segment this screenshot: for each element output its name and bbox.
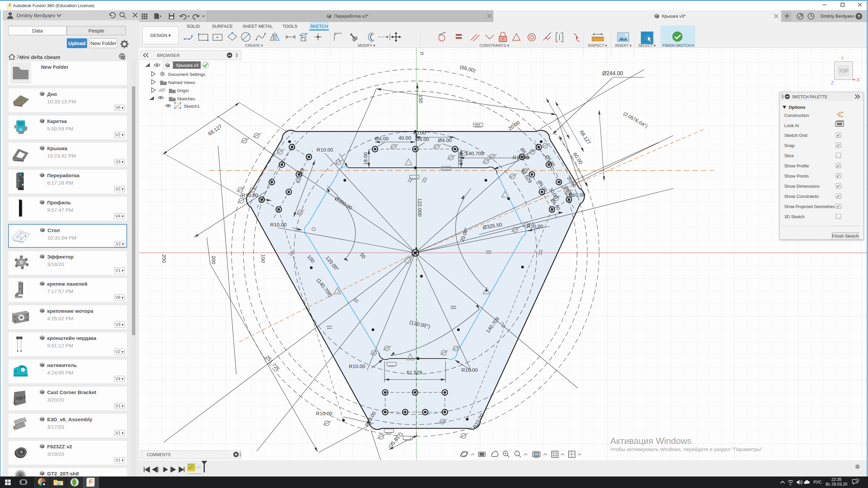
svg-text:R10.00: R10.00 bbox=[569, 192, 585, 198]
svg-text:150: 150 bbox=[418, 95, 424, 103]
svg-text:0: 0 bbox=[419, 52, 425, 55]
svg-text:Named Views: Named Views bbox=[168, 80, 195, 85]
svg-text:Origin: Origin bbox=[177, 88, 189, 93]
svg-text:Крышка v3: Крышка v3 bbox=[176, 63, 198, 68]
svg-text:R10.00: R10.00 bbox=[461, 367, 478, 373]
svg-text:Finish Sketch: Finish Sketch bbox=[832, 233, 859, 239]
svg-text:22:35: 22:35 bbox=[831, 477, 842, 482]
svg-text:250: 250 bbox=[161, 254, 167, 263]
svg-text:Переработка v2*: Переработка v2* bbox=[334, 14, 368, 19]
svg-text:Y: Y bbox=[841, 55, 844, 61]
svg-text:R10.00: R10.00 bbox=[349, 363, 365, 369]
svg-text:Options: Options bbox=[789, 105, 805, 110]
svg-text:R10.00: R10.00 bbox=[242, 192, 258, 198]
svg-text:R10.00: R10.00 bbox=[317, 147, 333, 152]
svg-text:Sketch1: Sketch1 bbox=[184, 104, 200, 109]
svg-text:R10.00: R10.00 bbox=[527, 223, 543, 229]
svg-text:РУС: РУС bbox=[813, 480, 822, 485]
svg-text:1: 1 bbox=[857, 479, 859, 482]
svg-text:61.529: 61.529 bbox=[407, 369, 422, 375]
svg-text:Вс 29.03.20: Вс 29.03.20 bbox=[826, 482, 847, 487]
svg-text:Ø4.00: Ø4.00 bbox=[415, 136, 429, 142]
svg-text:40.00: 40.00 bbox=[398, 135, 411, 141]
svg-text:R10.00: R10.00 bbox=[270, 222, 287, 227]
svg-text:200: 200 bbox=[211, 256, 217, 264]
svg-text:COMMENTS: COMMENTS bbox=[147, 452, 171, 457]
svg-text:?: ? bbox=[857, 14, 860, 19]
svg-text:40.00: 40.00 bbox=[413, 130, 426, 136]
svg-text:F: F bbox=[89, 478, 93, 485]
svg-text:Ø4.00: Ø4.00 bbox=[375, 136, 389, 141]
svg-text:Ø4.00: Ø4.00 bbox=[438, 137, 452, 143]
svg-text:Z: Z bbox=[831, 80, 834, 85]
svg-text:TOP: TOP bbox=[839, 68, 849, 74]
svg-text:F: F bbox=[8, 3, 12, 8]
svg-text:Ø244.00: Ø244.00 bbox=[602, 70, 623, 76]
svg-text:Dmitriy Berdyaev: Dmitriy Berdyaev bbox=[821, 14, 854, 19]
svg-text:18.00: 18.00 bbox=[362, 152, 368, 165]
svg-text:R10.00: R10.00 bbox=[316, 410, 332, 416]
svg-text:X: X bbox=[856, 77, 860, 82]
svg-text:150: 150 bbox=[260, 254, 266, 263]
svg-text:Sketches: Sketches bbox=[177, 96, 195, 101]
svg-text:Крышка v3*: Крышка v3* bbox=[662, 14, 686, 19]
svg-text:140.709: 140.709 bbox=[466, 150, 484, 156]
svg-text:SKETCH PALETTE: SKETCH PALETTE bbox=[792, 95, 827, 99]
svg-text:18.00: 18.00 bbox=[458, 152, 463, 165]
svg-text:122.000: 122.000 bbox=[417, 198, 423, 217]
svg-text:Document Settings: Document Settings bbox=[168, 72, 205, 77]
